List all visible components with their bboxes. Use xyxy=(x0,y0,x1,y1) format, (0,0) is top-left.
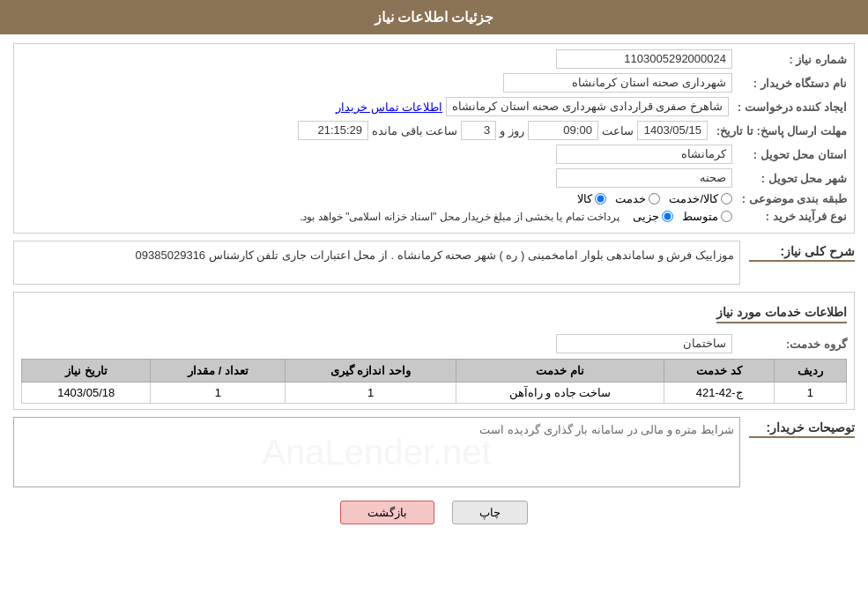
nam-dastgah-value: شهرداری صحنه استان کرمانشاه xyxy=(503,73,732,93)
buttons-row: چاپ بازگشت xyxy=(13,501,855,524)
sharh-kolli-value: موزاییک فرش و ساماندهی بلوار امامخمینی (… xyxy=(13,241,740,285)
shomare-niaz-value: 1103005292000024 xyxy=(556,49,732,69)
radio-kala-khadamat[interactable] xyxy=(721,193,732,204)
nove-farayand-row: نوع فرآیند خرید : متوسط جزیی پرداخت تمام… xyxy=(21,210,847,223)
content-area: شماره نیاز : 1103005292000024 نام دستگاه… xyxy=(0,34,868,546)
shomare-niaz-row: شماره نیاز : 1103005292000024 xyxy=(21,49,847,69)
table-header-row: ردیف کد خدمت نام خدمت واحد اندازه گیری ت… xyxy=(22,360,847,382)
ejad-konnande-label: ایجاد کننده درخواست : xyxy=(729,100,847,114)
khadamat-section-title: اطلاعات خدمات مورد نیاز xyxy=(716,305,847,323)
col-nam: نام خدمت xyxy=(456,360,664,382)
mohlat-date-value: 1403/05/15 xyxy=(637,121,708,140)
radio-motevaset-label: متوسط xyxy=(682,210,718,223)
cell-kod: ج-42-421 xyxy=(664,382,775,404)
groh-khadamat-value: ساختمان xyxy=(556,334,732,353)
table-row: 1 ج-42-421 ساخت جاده و راه‌آهن 1 1 1403/… xyxy=(22,382,847,404)
print-button[interactable]: چاپ xyxy=(452,501,528,524)
khadamat-section-header: اطلاعات خدمات مورد نیاز xyxy=(21,305,847,329)
col-tarikh: تاریخ نیاز xyxy=(22,360,151,382)
radio-kala-label: کالا xyxy=(577,192,592,205)
header-bar: جزئیات اطلاعات نیاز xyxy=(0,0,868,34)
tosifat-section: توصیحات خریدار: شرایط متره و مالی در سام… xyxy=(13,417,855,487)
cell-nam: ساخت جاده و راه‌آهن xyxy=(456,382,664,404)
tosifat-value: شرایط متره و مالی در سامانه بار گذاری گر… xyxy=(479,423,734,436)
nam-dastgah-row: نام دستگاه خریدار : شهرداری صحنه استان ک… xyxy=(21,73,847,93)
sharh-kolli-content: موزاییک فرش و ساماندهی بلوار امامخمینی (… xyxy=(13,241,740,285)
col-kod: کد خدمت xyxy=(664,360,775,382)
sharh-kolli-section: شرح کلی نیاز: موزاییک فرش و ساماندهی بلو… xyxy=(13,241,855,285)
cell-tarikh: 1403/05/18 xyxy=(22,382,151,404)
tabebandi-row: طبقه بندی موضوعی : کالا/خدمت خدمت کالا xyxy=(21,192,847,205)
radio-jozyi-item: جزیی xyxy=(633,210,673,223)
ejad-konnande-value: شاهرخ صفری قراردادی شهرداری صحنه استان ک… xyxy=(446,97,729,116)
radio-motevaset-item: متوسط xyxy=(682,210,732,223)
radio-kala[interactable] xyxy=(595,193,606,204)
ostan-row: استان محل تحویل : کرمانشاه xyxy=(21,145,847,164)
rooz-label: روز و xyxy=(500,124,524,137)
back-button[interactable]: بازگشت xyxy=(340,501,434,524)
radio-kala-khadamat-label: کالا/خدمت xyxy=(669,192,718,205)
groh-khadamat-row: گروه خدمت: ساختمان xyxy=(21,334,847,353)
saat-label: ساعت xyxy=(602,124,634,137)
radio-kala-item: کالا xyxy=(577,192,606,205)
radio-khadamat[interactable] xyxy=(649,193,660,204)
col-radif: ردیف xyxy=(774,360,846,382)
shahr-label: شهر محل تحویل : xyxy=(732,172,847,185)
sharh-kolli-label: شرح کلی نیاز: xyxy=(749,241,855,262)
contact-info-link[interactable]: اطلاعات تماس خریدار xyxy=(332,99,446,115)
radio-kala-khadamat-item: کالا/خدمت xyxy=(669,192,732,205)
tosifat-label: توصیحات خریدار: xyxy=(749,417,855,438)
radio-motevaset[interactable] xyxy=(721,211,732,222)
khadamat-table: ردیف کد خدمت نام خدمت واحد اندازه گیری ت… xyxy=(21,359,847,404)
ejad-konnande-row: ایجاد کننده درخواست : شاهرخ صفری قرارداد… xyxy=(21,97,847,116)
nove-farayand-radio-group: متوسط جزیی xyxy=(633,210,732,223)
radio-khadamat-item: خدمت xyxy=(615,192,660,205)
nam-dastgah-label: نام دستگاه خریدار : xyxy=(732,77,847,90)
cell-tedad: 1 xyxy=(151,382,286,404)
note-text: پرداخت تمام یا بخشی از مبلغ خریدار محل "… xyxy=(300,211,619,223)
col-vahed: واحد اندازه گیری xyxy=(286,360,456,382)
shahr-row: شهر محل تحویل : صحنه xyxy=(21,168,847,188)
tabebandi-label: طبقه بندی موضوعی : xyxy=(732,192,847,205)
mohlat-group: 1403/05/15 ساعت 09:00 روز و 3 ساعت باقی … xyxy=(298,121,708,140)
tosifat-content: شرایط متره و مالی در سامانه بار گذاری گر… xyxy=(13,417,740,487)
radio-jozyi-label: جزیی xyxy=(633,210,659,223)
nove-farayand-label: نوع فرآیند خرید : xyxy=(732,210,847,223)
rooz-value: 3 xyxy=(461,121,496,140)
header-title: جزئیات اطلاعات نیاز xyxy=(375,10,494,25)
radio-jozyi[interactable] xyxy=(662,211,673,222)
watermark: AnaLender.net xyxy=(262,433,491,472)
khadamat-section: اطلاعات خدمات مورد نیاز گروه خدمت: ساختم… xyxy=(13,292,855,410)
radio-khadamat-label: خدمت xyxy=(615,192,646,205)
ostan-value: کرمانشاه xyxy=(556,145,732,164)
baghimande-value: 21:15:29 xyxy=(298,121,368,140)
main-info-section: شماره نیاز : 1103005292000024 نام دستگاه… xyxy=(13,43,855,234)
saat-value: 09:00 xyxy=(528,121,598,140)
col-tedad: تعداد / مقدار xyxy=(151,360,286,382)
tosifat-box: شرایط متره و مالی در سامانه بار گذاری گر… xyxy=(13,417,740,487)
tabebandi-radio-group: کالا/خدمت خدمت کالا xyxy=(577,192,732,205)
mohlat-row: مهلت ارسال پاسخ: تا تاریخ: 1403/05/15 سا… xyxy=(21,121,847,140)
baghimande-label: ساعت باقی مانده xyxy=(372,124,457,137)
shomare-niaz-label: شماره نیاز : xyxy=(732,53,847,66)
ostan-label: استان محل تحویل : xyxy=(732,148,847,161)
cell-vahed: 1 xyxy=(286,382,456,404)
page-wrapper: جزئیات اطلاعات نیاز شماره نیاز : 1103005… xyxy=(0,0,868,609)
groh-khadamat-label: گروه خدمت: xyxy=(732,338,847,351)
mohlat-label: مهلت ارسال پاسخ: تا تاریخ: xyxy=(708,124,847,137)
shahr-value: صحنه xyxy=(556,168,732,188)
cell-radif: 1 xyxy=(774,382,846,404)
